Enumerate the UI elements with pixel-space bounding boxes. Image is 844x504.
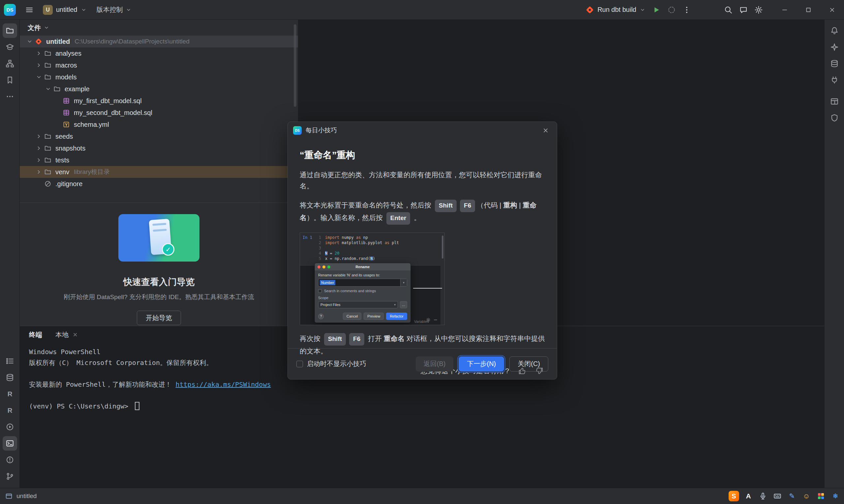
line-number: 5 bbox=[319, 256, 321, 261]
close-window-button[interactable] bbox=[820, 0, 844, 20]
dont-show-checkbox[interactable]: 启动时不显示小技巧 bbox=[296, 359, 366, 368]
tree-item-macros[interactable]: macros bbox=[20, 59, 298, 71]
version-control-tool-button[interactable] bbox=[3, 469, 17, 484]
bookmarks-icon bbox=[5, 76, 14, 84]
checkbox-label: Search in comments and strings bbox=[324, 289, 376, 293]
ai-assistant-button[interactable] bbox=[827, 40, 842, 54]
more-h-icon bbox=[5, 92, 14, 101]
run-config-selector[interactable]: Run dbt build bbox=[582, 4, 649, 16]
chevron-right-icon[interactable] bbox=[34, 49, 44, 57]
line-number: 2 bbox=[319, 240, 321, 246]
tree-item-my-first-dbt-model-sql[interactable]: my_first_dbt_model.sql bbox=[20, 95, 298, 107]
chevron-right-icon[interactable] bbox=[34, 168, 44, 176]
database-button[interactable] bbox=[827, 56, 842, 71]
checkbox-icon bbox=[318, 289, 322, 293]
terminal-text: (venv) PS C:\Users\dingw> bbox=[29, 402, 132, 410]
main-menu-button[interactable] bbox=[22, 2, 37, 17]
search-everywhere-button[interactable] bbox=[721, 2, 736, 17]
tree-item-snapshots[interactable]: snapshots bbox=[20, 142, 298, 154]
next-button[interactable]: 下一步(N) bbox=[459, 356, 504, 372]
toolbox-icon[interactable] bbox=[816, 491, 826, 501]
tree-item-gitignore[interactable]: .gitignore bbox=[20, 178, 298, 190]
emoji-icon[interactable]: ☺ bbox=[801, 491, 812, 501]
more-tools-button[interactable] bbox=[3, 89, 17, 104]
trusted-project-button[interactable] bbox=[827, 111, 842, 125]
feedback-button[interactable] bbox=[736, 2, 751, 17]
learn-tool-button[interactable] bbox=[3, 40, 17, 54]
vcs-widget[interactable]: 版本控制 bbox=[93, 3, 136, 16]
tree-item-tests[interactable]: tests bbox=[20, 154, 298, 166]
key-f6-badge: F6 bbox=[460, 200, 475, 212]
chevron-down-icon[interactable] bbox=[34, 73, 44, 81]
tree-item-my-second-dbt-model-sql[interactable]: my_second_dbt_model.sql bbox=[20, 107, 298, 119]
close-button[interactable]: 关闭(C) bbox=[510, 356, 548, 372]
chevron-down-icon: ▾ bbox=[400, 279, 407, 286]
preview-button: Preview bbox=[364, 312, 384, 320]
structure-tool-button[interactable] bbox=[3, 56, 17, 71]
terminal-link[interactable]: https://aka.ms/PSWindows bbox=[176, 380, 271, 389]
more-run-options-button[interactable] bbox=[679, 2, 694, 17]
tree-item-untitled[interactable]: untitledC:\Users\dingw\DataspellProjects… bbox=[20, 36, 298, 48]
profiler-button[interactable] bbox=[664, 2, 679, 17]
workspace-layout-button[interactable] bbox=[827, 94, 842, 109]
line-number: 1 bbox=[319, 235, 321, 240]
chevron-right-icon[interactable] bbox=[34, 144, 44, 152]
notifications-button[interactable] bbox=[827, 23, 842, 38]
checkbox-icon[interactable] bbox=[296, 361, 303, 367]
chevron-right-icon[interactable] bbox=[34, 61, 44, 69]
project-panel-header[interactable]: 文件 bbox=[20, 20, 298, 36]
bookmarks-tool-button[interactable] bbox=[3, 73, 17, 87]
screenshot-toolbar-icons bbox=[426, 318, 438, 322]
back-button[interactable]: 返回(B) bbox=[416, 356, 454, 372]
todo-tool-button[interactable] bbox=[3, 354, 17, 368]
statusbar-project-widget[interactable]: untitled bbox=[5, 492, 37, 500]
chevron-right-icon[interactable] bbox=[34, 156, 44, 164]
r-console-tool-button[interactable]: R bbox=[3, 387, 17, 401]
r-graphics-tool-button[interactable]: R bbox=[3, 403, 17, 418]
terminal-tab-local[interactable]: 本地 bbox=[55, 330, 78, 339]
skin-icon[interactable]: ❄ bbox=[830, 491, 841, 501]
handwriting-icon[interactable]: ✎ bbox=[787, 491, 797, 501]
chevron-down-icon bbox=[81, 7, 87, 13]
tree-scrollbar[interactable] bbox=[294, 24, 296, 107]
mic-icon[interactable] bbox=[758, 491, 768, 501]
code-text: import matplotlib.pyplot as plt bbox=[325, 240, 399, 246]
sogou-logo-icon[interactable]: S bbox=[729, 491, 739, 501]
emphasis-text: 重构 bbox=[503, 201, 517, 209]
scope-select: Project Files ▾ bbox=[318, 301, 398, 308]
tree-item-models[interactable]: models bbox=[20, 71, 298, 83]
code-line: 5x = np.random.rand(N) bbox=[300, 256, 441, 261]
tree-item-example[interactable]: example bbox=[20, 83, 298, 95]
project-selector[interactable]: U untitled bbox=[39, 3, 91, 17]
problems-tool-button[interactable] bbox=[3, 453, 17, 467]
database-tool-button[interactable] bbox=[3, 370, 17, 385]
right-toolbar-list bbox=[825, 22, 844, 126]
chevron-right-icon[interactable] bbox=[34, 132, 44, 140]
run-tool-button[interactable] bbox=[3, 420, 17, 434]
tree-item-seeds[interactable]: seeds bbox=[20, 130, 298, 142]
code-line: 4N = 20 bbox=[300, 251, 441, 256]
run-button[interactable] bbox=[649, 2, 664, 17]
chevron-down-icon[interactable] bbox=[25, 38, 34, 46]
input-mode-icon[interactable]: A bbox=[743, 491, 754, 501]
minimize-button[interactable] bbox=[773, 0, 796, 20]
code-text: import numpy as np bbox=[325, 235, 368, 240]
chevron-down-icon[interactable] bbox=[44, 85, 53, 93]
start-tour-button[interactable]: 开始导览 bbox=[137, 311, 181, 325]
emphasis-text: 重命名 bbox=[384, 335, 404, 342]
project-tool-button[interactable] bbox=[3, 23, 17, 38]
tree-indent bbox=[53, 109, 62, 116]
terminal-tool-button[interactable] bbox=[3, 436, 17, 451]
tip-of-the-day-dialog: DS 每日小技巧 “重命名”重构 通过自动更正您的类、方法和变量的所有使用位置，… bbox=[288, 122, 557, 379]
keyboard-icon[interactable] bbox=[772, 491, 783, 501]
tree-item-schema-yml[interactable]: Yschema.yml bbox=[20, 119, 298, 130]
folder-icon bbox=[44, 156, 52, 164]
terminal-text: 版权所有（C） Microsoft Corporation。保留所有权利。 bbox=[29, 359, 217, 367]
close-tab-icon[interactable] bbox=[72, 332, 78, 337]
maximize-button[interactable] bbox=[796, 0, 820, 20]
tree-item-venv[interactable]: venvlibrary根目录 bbox=[20, 166, 298, 178]
close-dialog-button[interactable] bbox=[540, 125, 552, 137]
dependencies-button[interactable] bbox=[827, 73, 842, 87]
settings-button[interactable] bbox=[751, 2, 766, 17]
tree-item-analyses[interactable]: analyses bbox=[20, 48, 298, 59]
